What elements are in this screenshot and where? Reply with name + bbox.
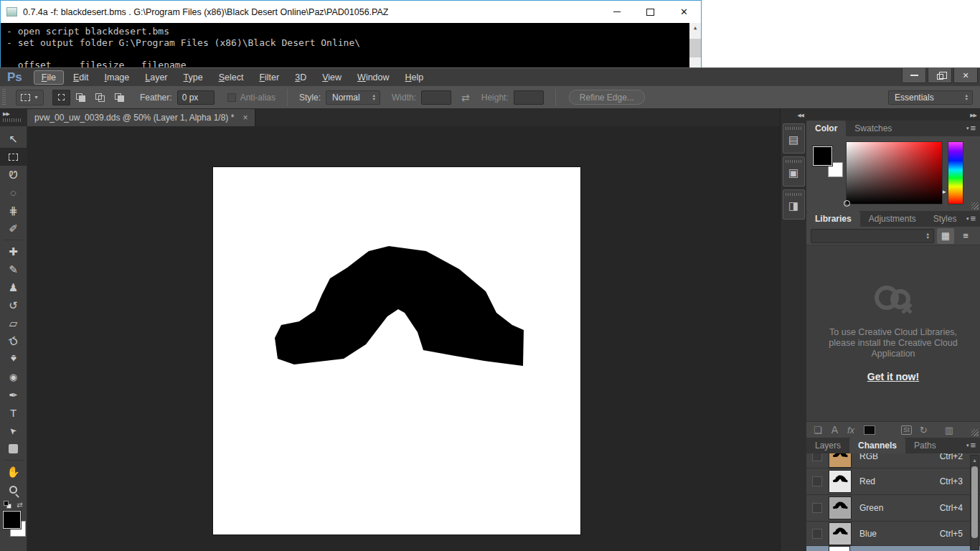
- console-maximize-button[interactable]: [633, 1, 667, 23]
- default-colors-icon[interactable]: [4, 501, 11, 509]
- console-scrollbar-thumb[interactable]: [689, 39, 701, 57]
- info-panel-button[interactable]: ◨: [783, 189, 805, 220]
- get-it-now-link[interactable]: Get it now!: [867, 371, 919, 382]
- crop-tool[interactable]: ⋕: [0, 202, 27, 220]
- console-minimize-button[interactable]: [600, 1, 633, 23]
- libraries-panel-menu-button[interactable]: ▾ ≡: [966, 213, 976, 224]
- pen-tool[interactable]: ✒: [0, 386, 27, 404]
- dock-header[interactable]: ▶▶: [806, 109, 980, 121]
- menu-window[interactable]: Window: [349, 70, 397, 85]
- history-panel-button[interactable]: ▤: [783, 123, 805, 154]
- add-layer-style-icon[interactable]: fx: [847, 425, 854, 435]
- foreground-color-swatch[interactable]: [813, 146, 832, 166]
- path-selection-tool[interactable]: ➤: [0, 422, 27, 440]
- collapse-icon[interactable]: ◀◀: [797, 113, 804, 118]
- color-cursor[interactable]: [844, 200, 850, 207]
- history-brush-tool[interactable]: ↺: [0, 296, 27, 314]
- rectangle-tool[interactable]: [0, 440, 27, 458]
- menu-3d[interactable]: 3D: [287, 70, 314, 85]
- adobe-stock-icon[interactable]: St: [901, 425, 912, 435]
- channel-visibility-checkbox[interactable]: [812, 529, 822, 539]
- channels-scrollbar[interactable]: ▲: [970, 455, 979, 550]
- add-graphic-icon[interactable]: ❏: [814, 425, 822, 435]
- channel-row-blue[interactable]: Blue Ctrl+5: [806, 522, 980, 546]
- scroll-up-icon[interactable]: ▲: [971, 456, 979, 465]
- tab-paths[interactable]: Paths: [905, 438, 945, 453]
- document-tab[interactable]: pvw_00_uw_0039.dds @ 50% (Layer 1, Alpha…: [27, 109, 255, 126]
- channel-row-rgb[interactable]: RGB Ctrl+2: [806, 453, 980, 468]
- type-tool[interactable]: T: [0, 404, 27, 422]
- scroll-up-icon[interactable]: ▲: [689, 23, 701, 33]
- feather-input[interactable]: [177, 90, 215, 105]
- channel-row-alpha-selected[interactable]: [806, 546, 980, 551]
- add-fill-color-swatch[interactable]: [864, 425, 875, 435]
- workspace-switcher[interactable]: Essentials ▲ ▼: [888, 90, 973, 105]
- panel-resize-gripper[interactable]: [971, 429, 979, 436]
- channels-panel-menu-button[interactable]: ▾ ≡: [966, 440, 976, 451]
- hue-ramp[interactable]: [948, 142, 963, 204]
- tool-preset-button[interactable]: ▼: [16, 90, 44, 105]
- channel-visibility-checkbox[interactable]: [812, 503, 822, 513]
- tab-swatches[interactable]: Swatches: [846, 121, 900, 136]
- paint-bucket-tool[interactable]: Ʊ: [0, 332, 27, 350]
- subtract-from-selection-button[interactable]: [91, 90, 109, 105]
- trash-icon[interactable]: ▥: [945, 425, 953, 435]
- foreground-color-swatch[interactable]: [3, 511, 21, 529]
- quick-selection-tool[interactable]: ◌: [0, 184, 27, 202]
- channel-row-green[interactable]: Green Ctrl+4: [806, 495, 980, 522]
- channel-visibility-checkbox[interactable]: [812, 453, 822, 461]
- list-view-button[interactable]: ≡: [957, 228, 974, 244]
- new-selection-button[interactable]: [52, 90, 70, 105]
- document-close-icon[interactable]: ×: [242, 113, 248, 123]
- lasso-tool[interactable]: Ꮼ: [0, 166, 27, 184]
- collapse-dock-icon[interactable]: ▶▶: [970, 113, 976, 118]
- tab-channels[interactable]: Channels: [849, 438, 905, 453]
- menu-type[interactable]: Type: [176, 70, 211, 85]
- library-select-dropdown[interactable]: ▲ ▼: [811, 229, 934, 243]
- console-titlebar[interactable]: 0.7.4a -f: blackdesert.bms . G:\Program …: [1, 1, 701, 23]
- menu-select[interactable]: Select: [211, 70, 252, 85]
- antialias-checkbox[interactable]: [227, 93, 236, 102]
- swap-dimensions-icon[interactable]: ⇄: [461, 92, 470, 103]
- ps-close-button[interactable]: ✕: [953, 68, 978, 83]
- color-panel-menu-button[interactable]: ▾ ≡: [966, 123, 976, 133]
- menu-layer[interactable]: Layer: [137, 70, 175, 85]
- menu-file[interactable]: File: [34, 70, 64, 85]
- options-gripper[interactable]: [2, 89, 6, 106]
- channels-scrollbar-thumb[interactable]: [971, 466, 978, 538]
- canvas-area[interactable]: [27, 126, 780, 551]
- menu-view[interactable]: View: [314, 70, 349, 85]
- grid-view-button[interactable]: ▦: [937, 228, 954, 244]
- menu-image[interactable]: Image: [97, 70, 138, 85]
- ps-restore-button[interactable]: [928, 68, 952, 83]
- saturation-brightness-field[interactable]: [847, 142, 942, 204]
- height-input[interactable]: [514, 90, 544, 105]
- hand-tool[interactable]: ✋: [0, 463, 27, 481]
- swap-colors-icon[interactable]: ⇄: [17, 501, 22, 509]
- eyedropper-tool[interactable]: ✐: [0, 220, 27, 237]
- blur-tool[interactable]: ♠: [0, 350, 27, 368]
- ps-minimize-button[interactable]: [902, 68, 926, 83]
- panel-resize-gripper[interactable]: [971, 202, 979, 209]
- tab-layers[interactable]: Layers: [806, 438, 849, 453]
- menu-filter[interactable]: Filter: [251, 70, 287, 85]
- zoom-tool[interactable]: [0, 481, 27, 499]
- width-input[interactable]: [421, 90, 451, 105]
- tab-styles[interactable]: Styles: [925, 211, 966, 227]
- rectangular-marquee-tool[interactable]: [0, 148, 27, 166]
- refine-edge-button[interactable]: Refine Edge...: [569, 90, 645, 105]
- hue-slider-marker[interactable]: ▸: [943, 188, 946, 195]
- add-character-style-icon[interactable]: A: [831, 424, 838, 435]
- tools-gripper[interactable]: [3, 118, 22, 122]
- eraser-tool[interactable]: ▱: [0, 314, 27, 332]
- tab-color[interactable]: Color: [806, 121, 846, 136]
- sync-icon[interactable]: ↻: [920, 425, 928, 435]
- console-close-button[interactable]: ✕: [667, 1, 701, 23]
- clone-stamp-tool[interactable]: ♟: [0, 278, 27, 296]
- spot-healing-brush-tool[interactable]: ✚: [0, 242, 27, 260]
- properties-panel-button[interactable]: ▣: [783, 156, 805, 187]
- add-to-selection-button[interactable]: [72, 90, 90, 105]
- document-canvas[interactable]: [213, 167, 580, 534]
- brush-tool[interactable]: ✎: [0, 260, 27, 278]
- expand-icon[interactable]: ▶▶: [3, 111, 27, 116]
